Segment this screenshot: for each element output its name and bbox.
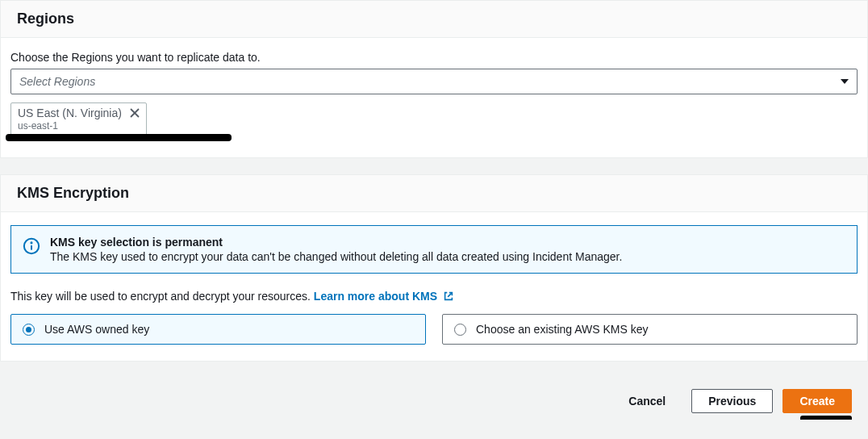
kms-option-existing[interactable]: Choose an existing AWS KMS key xyxy=(442,314,858,345)
selected-regions-list: US East (N. Virginia) us-east-1 xyxy=(10,102,858,137)
regions-field-label: Choose the Regions you want to replicate… xyxy=(10,51,858,64)
kms-option-owned-label: Use AWS owned key xyxy=(44,323,149,336)
kms-header: KMS Encryption xyxy=(1,175,867,212)
regions-title: Regions xyxy=(17,10,851,27)
kms-radio-group: Use AWS owned key Choose an existing AWS… xyxy=(10,314,858,345)
regions-panel: Regions Choose the Regions you want to r… xyxy=(0,0,868,158)
kms-info-description: The KMS key used to encrypt your data ca… xyxy=(50,250,622,263)
kms-learn-more-label: Learn more about KMS xyxy=(314,290,437,303)
kms-option-existing-label: Choose an existing AWS KMS key xyxy=(476,323,648,336)
kms-option-owned[interactable]: Use AWS owned key xyxy=(10,314,426,345)
kms-learn-more-link[interactable]: Learn more about KMS xyxy=(314,290,454,303)
create-button[interactable]: Create xyxy=(782,389,852,413)
kms-help-prefix: This key will be used to encrypt and dec… xyxy=(10,290,311,303)
caret-down-icon xyxy=(841,79,849,84)
kms-body: KMS key selection is permanent The KMS k… xyxy=(1,212,867,361)
regions-header: Regions xyxy=(1,1,867,38)
regions-select-placeholder: Select Regions xyxy=(19,75,95,88)
kms-help-text: This key will be used to encrypt and dec… xyxy=(10,290,858,304)
svg-point-4 xyxy=(31,243,31,244)
region-tag-name: US East (N. Virginia) xyxy=(18,107,122,120)
radio-icon xyxy=(454,324,466,336)
regions-body: Choose the Regions you want to replicate… xyxy=(1,38,867,157)
kms-info-box: KMS key selection is permanent The KMS k… xyxy=(10,225,858,274)
kms-title: KMS Encryption xyxy=(17,185,851,202)
region-tag: US East (N. Virginia) us-east-1 xyxy=(10,102,147,137)
region-tag-text: US East (N. Virginia) us-east-1 xyxy=(18,107,122,132)
external-link-icon xyxy=(443,291,454,304)
info-icon xyxy=(23,237,40,263)
previous-button[interactable]: Previous xyxy=(691,389,773,413)
kms-info-title: KMS key selection is permanent xyxy=(50,236,622,249)
radio-icon xyxy=(23,324,35,336)
kms-info-content: KMS key selection is permanent The KMS k… xyxy=(50,236,622,263)
redacted-content xyxy=(6,134,232,141)
kms-panel: KMS Encryption KMS key selection is perm… xyxy=(0,174,868,362)
regions-select[interactable]: Select Regions xyxy=(10,69,858,94)
wizard-footer: Cancel Previous Create xyxy=(0,378,868,420)
close-icon[interactable] xyxy=(130,108,140,119)
redacted-content xyxy=(800,416,852,420)
cancel-button[interactable]: Cancel xyxy=(612,390,682,412)
region-tag-id: us-east-1 xyxy=(18,120,122,132)
